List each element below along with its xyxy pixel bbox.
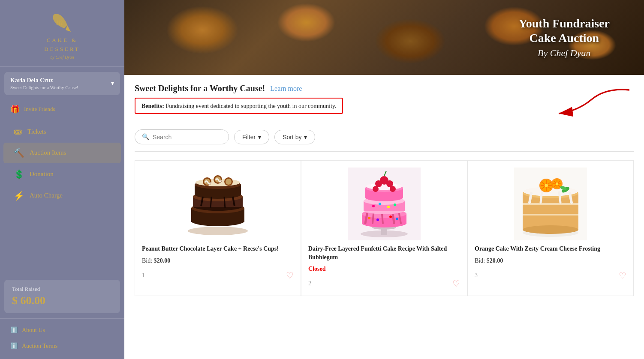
search-icon: 🔍: [142, 133, 149, 141]
banner-title-line1: Youth Fundraiser: [519, 16, 610, 31]
item-image-3: [475, 168, 626, 240]
item-image-1: [142, 168, 294, 240]
about-icon: ℹ️: [10, 326, 18, 334]
about-us-label: About Us: [22, 327, 45, 334]
benefits-text: Benefits: Fundraising event dedicated to…: [141, 103, 336, 109]
svg-point-35: [387, 206, 390, 208]
event-title-row: Sweet Delights for a Worthy Cause! Learn…: [135, 84, 634, 93]
benefits-label: Benefits:: [141, 103, 164, 109]
sort-label: Sort by: [283, 134, 301, 141]
search-box[interactable]: 🔍: [135, 129, 229, 144]
auto-charge-icon: ⚡: [14, 191, 24, 201]
total-raised-box: Total Raised $ 60.00: [4, 280, 120, 313]
sidebar-item-about-us[interactable]: ℹ️ About Us: [0, 322, 124, 338]
heart-icon-3[interactable]: ♡: [619, 270, 626, 281]
heart-icon-1[interactable]: ♡: [286, 270, 294, 281]
sidebar-item-auction-terms[interactable]: ℹ️ Auction Terms: [0, 338, 124, 354]
event-title: Sweet Delights for a Worthy Cause!: [135, 84, 265, 93]
item-card-1: Peanut Butter Chocolate Layer Cake + Ree…: [135, 160, 301, 296]
item-number-3: 3: [475, 272, 478, 279]
total-raised-amount: $ 60.00: [12, 294, 112, 307]
logo-icon: m: [49, 10, 75, 36]
tickets-label: Tickets: [27, 128, 46, 135]
sidebar-logo: m CAKE & DESSERT by Chef Dyan: [0, 0, 124, 67]
donation-label: Donation: [30, 171, 54, 178]
svg-point-40: [396, 218, 398, 220]
auction-terms-label: Auction Terms: [22, 343, 57, 350]
filter-button[interactable]: Filter ▾: [234, 130, 269, 144]
benefits-row: Benefits: Fundraising event dedicated to…: [135, 98, 634, 122]
invite-friends-button[interactable]: 🎁 Invite Friends: [0, 100, 124, 118]
sidebar-item-auto-charge[interactable]: ⚡ Auto Charge: [3, 185, 121, 206]
svg-point-37: [368, 217, 370, 219]
user-section[interactable]: Karla Dela Cruz Sweet Delights for a Wor…: [4, 72, 120, 95]
item-number-1: 1: [142, 272, 145, 279]
invite-friends-label: Invite Friends: [24, 106, 55, 113]
svg-point-18: [226, 179, 232, 185]
banner-text-block: Youth Fundraiser Cake Auction By Chef Dy…: [519, 16, 610, 59]
item-footer-1: 1 ♡: [142, 270, 294, 281]
svg-point-67: [556, 182, 558, 185]
search-filter-row: 🔍 Filter ▾ Sort by ▾: [135, 129, 634, 152]
item-bid-3: Bid: $20.00: [475, 257, 626, 264]
banner-title-line2: Cake Auction: [519, 31, 610, 45]
svg-point-2: [188, 227, 248, 235]
item-card-2: Dairy-Free Layered Funfetti Cake Recipe …: [301, 160, 467, 296]
header-banner: Youth Fundraiser Cake Auction By Chef Dy…: [124, 0, 644, 75]
benefits-description: Fundraising event dedicated to supportin…: [166, 103, 336, 109]
item-footer-3: 3 ♡: [475, 270, 626, 281]
sort-chevron-icon: ▾: [304, 134, 307, 141]
item-name-2: Dairy-Free Layered Funfetti Cake Recipe …: [308, 245, 460, 261]
item-bid-1: Bid: $20.00: [142, 257, 294, 264]
sidebar-item-donation[interactable]: 💲 Donation: [3, 164, 121, 185]
sidebar-item-tickets[interactable]: 🎟 Tickets: [3, 122, 121, 142]
filter-chevron-icon: ▾: [258, 134, 261, 141]
logo-subtitle: by Chef Dyan: [51, 55, 74, 60]
terms-icon: ℹ️: [10, 342, 18, 350]
sidebar-item-auction-items[interactable]: 🔨 Auction Items: [3, 143, 121, 163]
item-number-2: 2: [308, 280, 311, 287]
tickets-icon: 🎟: [14, 127, 22, 137]
svg-point-44: [373, 186, 379, 192]
svg-text:m: m: [56, 16, 63, 27]
total-raised-label: Total Raised: [12, 286, 112, 293]
donation-icon: 💲: [14, 169, 24, 180]
item-status-2: Closed: [308, 266, 460, 272]
item-image-2: [308, 168, 460, 240]
heart-icon-2[interactable]: ♡: [452, 278, 460, 289]
user-subtitle: Sweet Delights for a Worthy Cause!: [10, 85, 78, 90]
svg-point-50: [523, 225, 578, 234]
content-area: Sweet Delights for a Worthy Cause! Learn…: [124, 75, 644, 359]
sidebar: m CAKE & DESSERT by Chef Dyan Karla Dela…: [0, 0, 124, 359]
banner-subtitle: By Chef Dyan: [519, 48, 610, 59]
sidebar-footer: ℹ️ About Us ℹ️ Auction Terms: [0, 318, 124, 359]
item-name-3: Orange Cake With Zesty Cream Cheese Fros…: [475, 245, 626, 253]
svg-point-36: [394, 203, 396, 206]
item-card-3: Orange Cake With Zesty Cream Cheese Fros…: [467, 160, 634, 296]
svg-point-45: [390, 186, 396, 192]
auction-icon: 🔨: [14, 148, 24, 158]
benefits-box: Benefits: Fundraising event dedicated to…: [135, 98, 343, 114]
svg-point-39: [389, 215, 392, 218]
auto-charge-label: Auto Charge: [30, 192, 63, 199]
learn-more-link[interactable]: Learn more: [270, 85, 302, 93]
svg-point-33: [372, 205, 375, 207]
auction-items-label: Auction Items: [30, 149, 66, 156]
sidebar-nav: 🎟 Tickets 🔨 Auction Items 💲 Donation ⚡ A…: [0, 122, 124, 275]
svg-point-34: [379, 203, 381, 205]
svg-point-38: [376, 218, 379, 221]
search-input[interactable]: [153, 134, 213, 141]
user-info: Karla Dela Cruz Sweet Delights for a Wor…: [10, 77, 78, 90]
chevron-down-icon: ▾: [111, 80, 114, 87]
svg-point-60: [545, 184, 548, 187]
items-grid: Peanut Butter Chocolate Layer Cake + Ree…: [135, 160, 634, 296]
item-footer-2: 2 ♡: [308, 278, 460, 289]
gift-icon: 🎁: [10, 105, 20, 114]
main-content: Youth Fundraiser Cake Auction By Chef Dy…: [124, 0, 644, 359]
logo-text: CAKE & DESSERT: [44, 36, 80, 54]
filter-label: Filter: [242, 134, 256, 141]
user-name: Karla Dela Cruz: [10, 77, 78, 84]
sort-button[interactable]: Sort by ▾: [274, 130, 315, 144]
item-name-1: Peanut Butter Chocolate Layer Cake + Ree…: [142, 245, 294, 253]
